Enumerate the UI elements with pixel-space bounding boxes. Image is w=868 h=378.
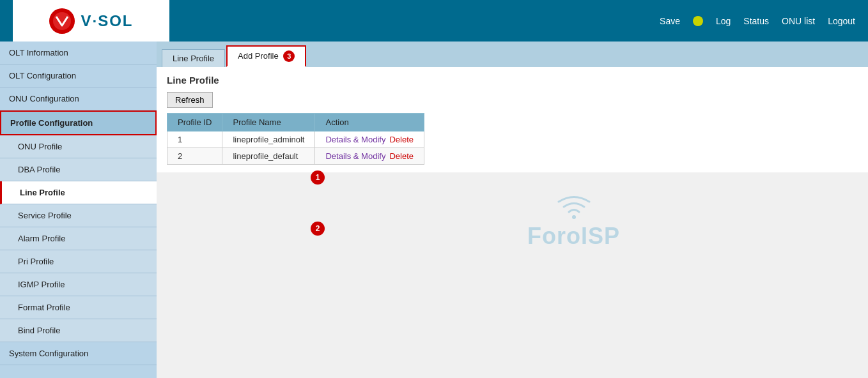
header: V·SOL Save Log Status ONU list Logout (0, 0, 868, 42)
tab-add-profile[interactable]: Add Profile 3 (226, 45, 306, 67)
layout: OLT Information OLT Configuration ONU Co… (0, 42, 868, 378)
watermark-text: ForoISP (527, 223, 620, 249)
svg-point-2 (572, 215, 576, 219)
header-right: Save Log Status ONU list Logout (660, 16, 855, 26)
sidebar-item-dba-profile[interactable]: DBA Profile (0, 158, 157, 181)
wifi-icon (555, 195, 593, 220)
cell-action: Details & ModifyDelete (315, 132, 424, 148)
tab-line-profile[interactable]: Line Profile (162, 49, 225, 67)
cell-profile-id: 2 (167, 148, 222, 165)
col-profile-name: Profile Name (222, 114, 315, 132)
cell-profile-id: 1 (167, 132, 222, 148)
sidebar-item-olt-information[interactable]: OLT Information (0, 42, 157, 64)
sidebar: OLT Information OLT Configuration ONU Co… (0, 42, 157, 378)
sidebar-item-bind-profile[interactable]: Bind Profile (0, 319, 157, 342)
col-profile-id: Profile ID (167, 114, 222, 132)
logo: V·SOL (49, 8, 133, 34)
table-row: 2lineprofile_defaultDetails & ModifyDele… (167, 148, 424, 165)
status-button[interactable]: Status (743, 16, 769, 26)
sidebar-item-igmp-profile[interactable]: IGMP Profile (0, 273, 157, 296)
cell-action: Details & ModifyDelete (315, 148, 424, 165)
sidebar-item-onu-configuration[interactable]: ONU Configuration (0, 87, 157, 110)
sidebar-item-system-configuration[interactable]: System Configuration (0, 342, 157, 365)
sidebar-item-onu-profile[interactable]: ONU Profile (0, 135, 157, 158)
save-button[interactable]: Save (660, 16, 680, 26)
logo-text: V·SOL (81, 12, 133, 30)
sidebar-item-format-profile[interactable]: Format Profile (0, 296, 157, 319)
vsol-logo-icon (49, 8, 75, 34)
badge-1: 1 (311, 170, 325, 185)
col-action: Action (315, 114, 424, 132)
details-modify-link[interactable]: Details & Modify (325, 135, 385, 144)
details-modify-link[interactable]: Details & Modify (325, 151, 385, 161)
badge-2: 2 (311, 222, 325, 236)
page-title: Line Profile (167, 75, 858, 86)
content-area: Line Profile Refresh Profile ID Profile … (157, 67, 868, 172)
delete-link[interactable]: Delete (389, 151, 414, 161)
main-content: 1 2 Line Profile Add Profile 3 Line Prof… (157, 42, 868, 378)
log-button[interactable]: Log (716, 16, 731, 26)
delete-link[interactable]: Delete (389, 135, 414, 144)
tab-bar: Line Profile Add Profile 3 (157, 42, 868, 67)
svg-point-1 (53, 12, 71, 30)
table-row: 1lineprofile_adminoltDetails & ModifyDel… (167, 132, 424, 148)
watermark: ForoISP (527, 195, 620, 250)
sidebar-item-olt-configuration[interactable]: OLT Configuration (0, 64, 157, 87)
profiles-table: Profile ID Profile Name Action 1lineprof… (167, 113, 424, 165)
sidebar-item-line-profile[interactable]: Line Profile (0, 181, 157, 204)
onu-list-button[interactable]: ONU list (782, 16, 815, 26)
logout-button[interactable]: Logout (828, 16, 855, 26)
sidebar-item-profile-configuration[interactable]: Profile Configuration (0, 110, 157, 135)
tab-add-profile-badge: 3 (283, 50, 295, 62)
cell-profile-name: lineprofile_default (222, 148, 315, 165)
sidebar-item-pri-profile[interactable]: Pri Profile (0, 250, 157, 273)
cell-profile-name: lineprofile_adminolt (222, 132, 315, 148)
sidebar-item-service-profile[interactable]: Service Profile (0, 204, 157, 227)
refresh-button[interactable]: Refresh (167, 92, 213, 108)
logo-area: V·SOL (13, 0, 169, 42)
status-indicator (693, 16, 703, 26)
sidebar-item-alarm-profile[interactable]: Alarm Profile (0, 227, 157, 250)
